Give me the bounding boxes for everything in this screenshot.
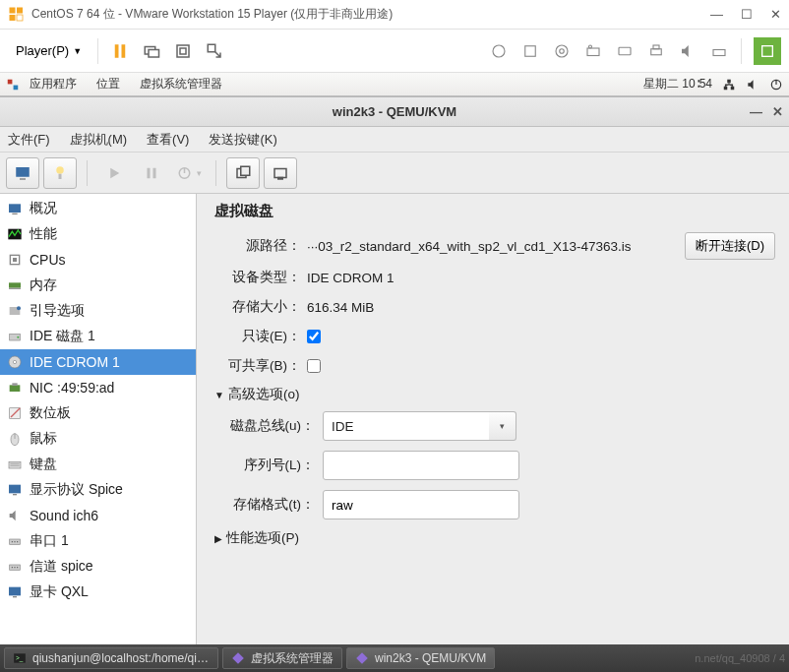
fullscreen-icon[interactable] bbox=[169, 37, 197, 65]
format-label: 存储格式(t)： bbox=[214, 496, 323, 514]
svg-rect-28 bbox=[20, 178, 26, 180]
sidebar-item-display[interactable]: 显卡 QXL bbox=[0, 580, 196, 605]
details-button[interactable] bbox=[43, 157, 77, 189]
svg-marker-76 bbox=[356, 652, 368, 664]
shareable-checkbox[interactable] bbox=[307, 359, 321, 373]
svg-rect-39 bbox=[9, 204, 21, 213]
printer-icon[interactable] bbox=[642, 37, 670, 65]
watermark-text: n.net/qq_40908 / 4 bbox=[695, 652, 785, 664]
menu-view[interactable]: 查看(V) bbox=[147, 131, 189, 149]
bus-combo-button[interactable]: ▾ bbox=[489, 411, 516, 441]
serial-icon bbox=[6, 533, 24, 549]
power-icon[interactable] bbox=[769, 78, 783, 92]
sidebar-item-label: 串口 1 bbox=[30, 532, 69, 550]
device-icon[interactable] bbox=[579, 37, 607, 65]
menu-machine[interactable]: 虚拟机(M) bbox=[70, 131, 128, 149]
send-ctrl-alt-del-icon[interactable] bbox=[138, 37, 165, 65]
size-label: 存储大小： bbox=[214, 298, 307, 316]
sidebar-item-kbd[interactable]: 键盘 bbox=[0, 452, 196, 477]
svg-rect-9 bbox=[180, 48, 186, 54]
chevron-right-icon: ▶ bbox=[214, 533, 222, 544]
menu-file[interactable]: 文件(F) bbox=[8, 131, 50, 149]
performance-label: 性能选项(P) bbox=[226, 529, 299, 547]
menu-places[interactable]: 位置 bbox=[87, 76, 130, 92]
svg-marker-75 bbox=[232, 652, 244, 664]
close-button[interactable]: ✕ bbox=[772, 104, 783, 119]
minimize-button[interactable]: — bbox=[750, 104, 762, 119]
close-button[interactable]: ✕ bbox=[770, 7, 781, 22]
disconnect-button[interactable]: 断开连接(D) bbox=[685, 232, 775, 260]
sidebar-item-boot[interactable]: 引导选项 bbox=[0, 298, 196, 324]
player-menu[interactable]: Player(P) ▼ bbox=[8, 39, 90, 62]
run-button[interactable] bbox=[97, 157, 131, 189]
device-icon[interactable] bbox=[611, 37, 638, 65]
device-icon[interactable] bbox=[516, 37, 544, 65]
gnome-taskbar: >_ qiushanjun@localhost:/home/qiu… 虚拟系统管… bbox=[0, 644, 789, 672]
virt-titlebar: win2k3 - QEMU/KVM — ✕ bbox=[0, 97, 789, 127]
svg-rect-36 bbox=[241, 166, 250, 175]
device-icon[interactable] bbox=[485, 37, 513, 65]
sidebar-item-disk[interactable]: IDE 磁盘 1 bbox=[0, 324, 196, 349]
shutdown-button[interactable]: ▾ bbox=[172, 157, 206, 189]
minimize-button[interactable]: — bbox=[710, 7, 723, 22]
svg-rect-53 bbox=[12, 383, 17, 386]
svg-rect-2 bbox=[10, 15, 16, 21]
sidebar-item-nic[interactable]: NIC :49:59:ad bbox=[0, 375, 196, 400]
taskbar-item-terminal[interactable]: >_ qiushanjun@localhost:/home/qiu… bbox=[4, 647, 218, 669]
pause-icon[interactable] bbox=[106, 37, 134, 65]
active-app-label[interactable]: 虚拟系统管理器 bbox=[130, 76, 232, 92]
svg-rect-17 bbox=[619, 47, 631, 55]
svg-rect-0 bbox=[10, 7, 16, 13]
maximize-button[interactable]: ☐ bbox=[741, 7, 753, 22]
bus-combo[interactable]: IDE bbox=[323, 411, 492, 441]
menu-applications[interactable]: 应用程序 bbox=[20, 76, 87, 92]
network-icon[interactable] bbox=[722, 78, 736, 92]
drive-icon[interactable] bbox=[705, 37, 733, 65]
taskbar-item-vmwindow[interactable]: win2k3 - QEMU/KVM bbox=[346, 647, 495, 669]
svg-rect-30 bbox=[59, 173, 62, 178]
taskbar-label: 虚拟系统管理器 bbox=[251, 650, 334, 667]
readonly-checkbox[interactable] bbox=[307, 330, 321, 343]
sidebar-item-serial[interactable]: 串口 1 bbox=[0, 528, 196, 554]
serial-input[interactable] bbox=[323, 451, 519, 480]
unity-icon[interactable] bbox=[201, 37, 228, 65]
sidebar-item-display[interactable]: 显示协议 Spice bbox=[0, 477, 196, 503]
svg-point-68 bbox=[12, 567, 13, 568]
sidebar-item-tablet[interactable]: 数位板 bbox=[0, 400, 196, 426]
source-path-label: 源路径： bbox=[214, 237, 307, 255]
sound-icon[interactable] bbox=[674, 37, 701, 65]
console-button[interactable] bbox=[6, 157, 39, 189]
size-value: 616.34 MiB bbox=[307, 300, 374, 315]
sidebar-item-cpu[interactable]: CPUs bbox=[0, 247, 196, 273]
vmware-logo-icon bbox=[8, 6, 26, 24]
sidebar-item-perf[interactable]: 性能 bbox=[0, 221, 196, 247]
hardware-sidebar[interactable]: 概况性能CPUs内存引导选项IDE 磁盘 1IDE CDROM 1NIC :49… bbox=[0, 194, 197, 644]
sidebar-item-serial[interactable]: 信道 spice bbox=[0, 554, 196, 580]
svg-rect-4 bbox=[115, 44, 119, 58]
sidebar-item-cdrom[interactable]: IDE CDROM 1 bbox=[0, 349, 196, 375]
volume-icon[interactable] bbox=[746, 78, 759, 92]
fullscreen-button[interactable] bbox=[264, 157, 297, 189]
device-icon[interactable] bbox=[548, 37, 576, 65]
section-heading: 虚拟磁盘 bbox=[214, 202, 775, 220]
svg-rect-7 bbox=[149, 49, 159, 57]
svg-rect-5 bbox=[122, 44, 126, 58]
sidebar-item-mouse[interactable]: 鼠标 bbox=[0, 426, 196, 452]
snapshot-button[interactable] bbox=[226, 157, 260, 189]
format-input[interactable] bbox=[323, 490, 519, 519]
performance-expander[interactable]: ▶ 性能选项(P) bbox=[214, 529, 775, 547]
clock[interactable]: 星期二 10∶54 bbox=[643, 76, 712, 92]
sidebar-item-label: 概况 bbox=[30, 200, 57, 217]
sidebar-item-info[interactable]: 概况 bbox=[0, 196, 196, 221]
sidebar-item-mem[interactable]: 内存 bbox=[0, 273, 196, 298]
virt-manager-window: win2k3 - QEMU/KVM — ✕ 文件(F) 虚拟机(M) 查看(V)… bbox=[0, 96, 789, 644]
terminal-icon: >_ bbox=[13, 651, 27, 665]
enter-fullscreen-button[interactable] bbox=[754, 37, 781, 65]
taskbar-item-virtmanager[interactable]: 虚拟系统管理器 bbox=[222, 647, 342, 669]
advanced-expander[interactable]: ▼ 高级选项(o) bbox=[214, 386, 775, 403]
menu-sendkey[interactable]: 发送按键(K) bbox=[209, 131, 276, 149]
display-icon bbox=[6, 482, 24, 498]
serial-icon bbox=[6, 559, 24, 575]
pause-button[interactable] bbox=[135, 157, 168, 189]
sidebar-item-sound[interactable]: Sound ich6 bbox=[0, 503, 196, 528]
